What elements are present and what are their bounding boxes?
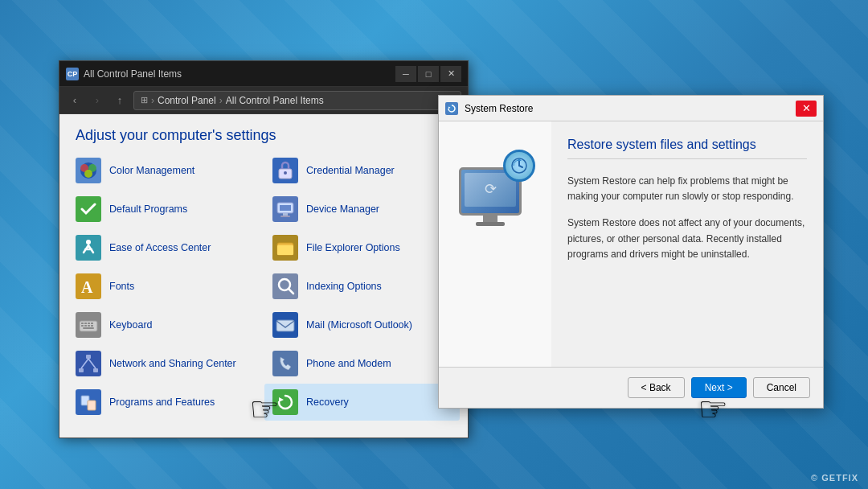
svg-rect-27 <box>84 323 87 324</box>
control-panel-title: All Control Panel Items <box>84 68 391 80</box>
control-panel-icon: CP <box>66 68 79 80</box>
back-button[interactable]: ‹ <box>66 92 84 109</box>
credential-manager-icon <box>272 158 298 183</box>
keyboard-label: Keyboard <box>109 318 153 331</box>
device-manager-label: Device Manager <box>306 203 379 216</box>
svg-rect-26 <box>81 323 84 324</box>
dialog-description-2: System Restore does not affect any of yo… <box>567 216 807 262</box>
cp-item-indexing-options[interactable]: Indexing Options <box>264 268 460 305</box>
keyboard-icon <box>76 312 101 338</box>
svg-rect-46 <box>88 401 96 410</box>
close-button[interactable]: ✕ <box>440 66 461 82</box>
svg-rect-32 <box>88 325 90 327</box>
phone-modem-icon <box>272 351 298 376</box>
default-programs-label: Default Programs <box>109 203 187 216</box>
svg-rect-38 <box>86 355 91 359</box>
control-panel-window: CP All Control Panel Items ─ □ ✕ ‹ › ↑ ⊞… <box>59 60 469 438</box>
dialog-close-button[interactable]: ✕ <box>796 101 817 117</box>
address-bar[interactable]: ⊞ › Control Panel › All Control Panel It… <box>133 91 461 110</box>
address-part-1: ⊞ <box>141 95 148 105</box>
svg-rect-18 <box>277 245 293 255</box>
cp-item-phone-modem[interactable]: Phone and Modem <box>264 345 460 382</box>
minimize-button[interactable]: ─ <box>395 66 416 82</box>
maximize-button[interactable]: □ <box>418 66 439 82</box>
address-sep-1: › <box>151 95 154 106</box>
recovery-icon <box>272 389 298 415</box>
indexing-options-icon <box>272 273 298 299</box>
file-explorer-icon <box>272 235 298 261</box>
credential-manager-label: Credential Manager <box>306 164 395 177</box>
indexing-options-label: Indexing Options <box>306 280 382 293</box>
cp-item-credential-manager[interactable]: Credential Manager <box>264 152 460 189</box>
network-sharing-icon <box>76 351 101 376</box>
ease-of-access-label: Ease of Access Center <box>109 241 211 254</box>
back-button[interactable]: < Back <box>628 377 685 398</box>
fonts-label: Fonts <box>109 280 134 293</box>
cp-item-fonts[interactable]: A Fonts <box>68 268 263 305</box>
address-part-2: Control Panel <box>158 95 216 106</box>
svg-point-15 <box>86 240 91 244</box>
dialog-body: ⟳ <box>439 121 823 367</box>
svg-rect-31 <box>84 325 87 327</box>
mail-icon <box>272 312 298 338</box>
svg-rect-47 <box>272 389 298 415</box>
system-restore-icon <box>445 102 458 115</box>
color-management-label: Color Management <box>109 164 194 177</box>
svg-rect-33 <box>91 325 93 327</box>
cp-item-keyboard[interactable]: Keyboard <box>68 306 263 343</box>
control-panel-content: Adjust your computer's settings Color Ma… <box>59 114 468 438</box>
cp-item-default-programs[interactable]: Default Programs <box>68 191 263 228</box>
cp-item-file-explorer[interactable]: File Explorer Options <box>264 229 460 266</box>
ease-of-access-icon <box>76 235 101 261</box>
mail-label: Mail (Microsoft Outlook) <box>306 318 412 331</box>
restore-illustration: ⟳ <box>451 146 539 234</box>
svg-rect-11 <box>280 205 291 211</box>
programs-features-label: Programs and Features <box>109 396 215 409</box>
recovery-label: Recovery <box>306 396 349 409</box>
svg-rect-43 <box>272 351 298 376</box>
up-button[interactable]: ↑ <box>111 92 129 109</box>
cp-items-container: Color Management Credential Manager Defa… <box>59 152 468 427</box>
cp-item-security-maintenance[interactable]: S Security and Maintenance <box>264 422 460 427</box>
svg-rect-13 <box>280 216 290 217</box>
svg-rect-28 <box>88 323 90 324</box>
cp-item-color-management[interactable]: Color Management <box>68 152 263 189</box>
dialog-main-title: Restore system files and settings <box>567 138 807 159</box>
svg-rect-30 <box>81 325 84 327</box>
file-explorer-label: File Explorer Options <box>306 241 400 254</box>
device-manager-icon <box>272 196 298 222</box>
system-restore-dialog: System Restore ✕ ⟳ <box>438 95 824 409</box>
forward-button[interactable]: › <box>88 92 106 109</box>
svg-rect-21 <box>272 273 298 299</box>
svg-rect-14 <box>76 235 101 261</box>
svg-rect-34 <box>83 327 94 329</box>
cp-item-remoteapp[interactable]: RemoteApp and Desktop Connections <box>68 422 263 427</box>
programs-features-icon <box>76 389 101 415</box>
dialog-footer: < Back Next > Cancel <box>439 367 823 408</box>
address-sep-2: › <box>219 95 223 106</box>
cp-item-mail[interactable]: Mail (Microsoft Outlook) <box>264 306 460 343</box>
next-button[interactable]: Next > <box>691 377 747 398</box>
svg-text:A: A <box>81 278 93 296</box>
fonts-icon: A <box>76 273 101 299</box>
cp-item-ease-of-access[interactable]: Ease of Access Center <box>68 229 263 266</box>
address-bar-container: ‹ › ↑ ⊞ › Control Panel › All Control Pa… <box>59 87 468 114</box>
cp-item-network-sharing[interactable]: Network and Sharing Center <box>68 345 263 382</box>
dialog-title-label: System Restore <box>465 103 789 114</box>
clock-icon <box>503 150 535 182</box>
svg-point-4 <box>84 170 92 178</box>
svg-rect-39 <box>79 368 84 372</box>
address-part-3: All Control Panel Items <box>226 95 324 106</box>
svg-rect-37 <box>76 351 101 376</box>
cp-item-programs-features[interactable]: Programs and Features <box>68 384 263 421</box>
svg-line-59 <box>519 166 522 167</box>
cancel-button[interactable]: Cancel <box>753 377 810 398</box>
cp-item-device-manager[interactable]: Device Manager <box>264 191 460 228</box>
monitor-neck <box>483 216 497 222</box>
watermark-text: © GETFIX <box>811 473 858 483</box>
svg-rect-29 <box>91 323 93 324</box>
dialog-illustration-panel: ⟳ <box>439 121 551 367</box>
cp-header: Adjust your computer's settings <box>59 114 468 152</box>
default-programs-icon <box>76 196 101 222</box>
cp-item-recovery[interactable]: Recovery <box>264 384 460 421</box>
